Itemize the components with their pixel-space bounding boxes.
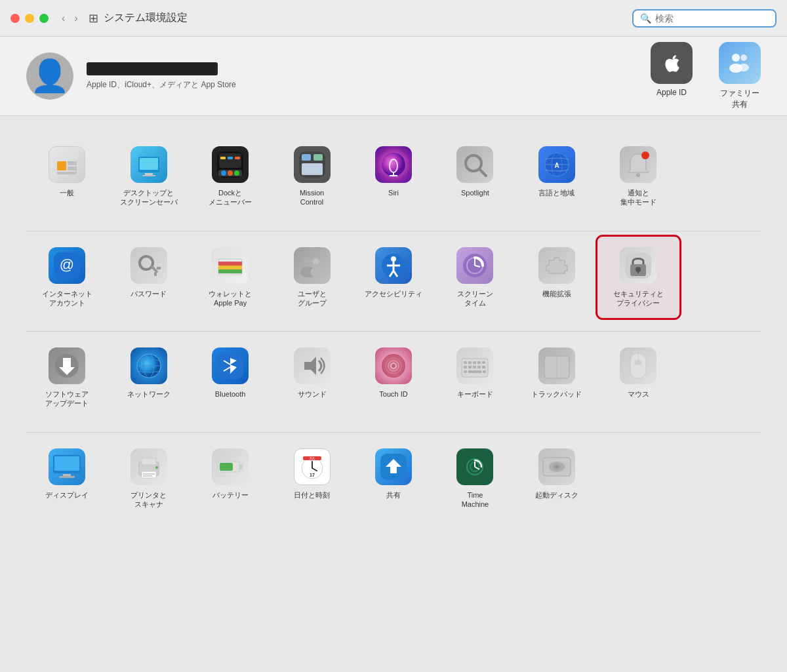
desktop-icon-svg xyxy=(136,151,162,178)
icon-item-screen[interactable]: スクリーンタイム xyxy=(434,237,515,319)
icon-item-software[interactable]: ソフトウェアアップデート xyxy=(26,337,108,419)
icon-item-touchid[interactable]: Touch ID xyxy=(353,337,434,419)
svg-rect-6 xyxy=(68,161,77,165)
svg-rect-16 xyxy=(228,157,233,159)
icon-item-dock[interactable]: Dockとメニューバー xyxy=(190,136,271,218)
maximize-button[interactable] xyxy=(39,14,49,23)
icon-item-battery[interactable]: バッテリー xyxy=(190,438,271,520)
forward-button[interactable]: › xyxy=(71,11,80,26)
notif-icon xyxy=(620,146,656,183)
search-input[interactable] xyxy=(655,13,769,24)
ext-label: 機能拡張 xyxy=(542,289,571,298)
icon-item-internet[interactable]: @ インターネットアカウント xyxy=(26,237,108,319)
svg-line-31 xyxy=(479,169,486,176)
avatar[interactable]: 👤 xyxy=(26,52,73,100)
svg-point-108 xyxy=(155,466,158,469)
minimize-button[interactable] xyxy=(25,14,34,23)
icon-item-bluetooth[interactable]: Bluetooth xyxy=(190,337,271,419)
svg-rect-88 xyxy=(468,366,472,368)
svg-rect-82 xyxy=(464,361,467,364)
icon-item-users[interactable]: ユーザとグループ xyxy=(271,237,352,319)
svg-rect-23 xyxy=(302,154,311,161)
row-separator-2 xyxy=(26,331,761,332)
dock-icon xyxy=(212,146,249,183)
icon-item-datetime[interactable]: 17 JUL 日付と時刻 xyxy=(271,438,352,520)
icon-item-sharing[interactable]: 共有 xyxy=(353,438,434,520)
row2-spacer xyxy=(679,237,761,319)
icon-item-access[interactable]: アクセシビリティ xyxy=(353,237,434,319)
timemachine-icon xyxy=(456,448,493,485)
network-icon xyxy=(131,347,167,384)
ext-icon xyxy=(538,247,575,284)
icon-item-desktop[interactable]: デスクトップとスクリーンセーバ xyxy=(108,136,189,218)
mission-icon-svg xyxy=(299,151,325,178)
avatar-icon: 👤 xyxy=(30,60,70,92)
icon-item-notif[interactable]: 通知と集中モード xyxy=(597,136,679,218)
keyboard-icon-svg xyxy=(461,358,489,378)
mission-label: MissionControl xyxy=(300,188,324,207)
icon-item-keyboard[interactable]: キーボード xyxy=(434,337,515,419)
icon-item-network[interactable]: ネットワーク xyxy=(108,337,189,419)
icon-item-general[interactable]: 一般 xyxy=(26,136,108,218)
icon-item-printer[interactable]: プリンタとスキャナ xyxy=(108,438,189,520)
icon-item-display[interactable]: ディスプレイ xyxy=(26,438,108,520)
bluetooth-icon xyxy=(212,347,249,384)
desktop-label: デスクトップとスクリーンセーバ xyxy=(120,188,178,207)
svg-rect-85 xyxy=(477,361,481,364)
icon-item-ext[interactable]: 機能拡張 xyxy=(516,237,597,319)
software-icon xyxy=(49,347,85,384)
icon-item-startup[interactable]: 起動ディスク xyxy=(516,438,597,520)
svg-rect-102 xyxy=(59,476,75,478)
profile-info: Apple ID、iCloud+、メディアと App Store xyxy=(87,62,236,90)
svg-rect-7 xyxy=(68,167,77,170)
svg-rect-44 xyxy=(157,267,161,269)
close-button[interactable] xyxy=(10,14,20,23)
row-separator-3 xyxy=(26,432,761,433)
grid-icon: ⊞ xyxy=(89,11,98,26)
bluetooth-label: Bluetooth xyxy=(215,389,245,399)
apple-logo-icon xyxy=(658,50,685,76)
display-icon-svg xyxy=(52,454,81,479)
sharing-icon-svg xyxy=(380,454,407,480)
row1-spacer xyxy=(679,136,761,218)
apple-id-label: Apple ID xyxy=(656,88,687,97)
datetime-icon-svg: 17 JUL xyxy=(299,454,325,480)
software-label: ソフトウェアアップデート xyxy=(45,389,89,408)
sound-icon xyxy=(294,347,331,384)
icon-item-security[interactable]: セキュリティとプライバシー xyxy=(597,237,679,319)
icon-item-siri[interactable]: Siri xyxy=(353,136,434,218)
icon-item-wallet[interactable]: ウォレットとApple Pay xyxy=(190,237,271,319)
icon-item-mission[interactable]: MissionControl xyxy=(271,136,352,218)
mouse-label: マウス xyxy=(628,389,649,399)
icon-item-sound[interactable]: サウンド xyxy=(271,337,352,419)
notif-label: 通知と集中モード xyxy=(620,188,656,207)
titlebar: ‹ › ⊞ システム環境設定 🔍 xyxy=(0,0,787,37)
icon-item-language[interactable]: A 言語と地域 xyxy=(516,136,597,218)
spotlight-icon xyxy=(456,146,493,183)
row-separator-1 xyxy=(26,231,761,231)
icon-item-spotlight[interactable]: Spotlight xyxy=(434,136,515,218)
family-icon-item[interactable]: ファミリー 共有 xyxy=(719,42,761,110)
apple-id-icon-item[interactable]: Apple ID xyxy=(651,42,693,97)
back-button[interactable]: ‹ xyxy=(59,11,68,26)
search-icon: 🔍 xyxy=(640,13,651,24)
icon-item-trackpad[interactable]: トラックパッド xyxy=(516,337,597,419)
profile-name-redacted xyxy=(87,62,218,75)
svg-rect-100 xyxy=(54,456,79,471)
svg-rect-8 xyxy=(57,172,77,174)
icon-item-password[interactable]: パスワード xyxy=(108,237,189,319)
printer-icon-svg xyxy=(135,454,163,479)
touchid-icon xyxy=(375,347,412,384)
svg-rect-47 xyxy=(218,266,242,269)
search-box[interactable]: 🔍 xyxy=(632,9,777,28)
svg-point-41 xyxy=(140,256,153,269)
security-icon-svg xyxy=(625,252,651,279)
svg-point-20 xyxy=(228,170,233,176)
keyboard-icon xyxy=(456,347,493,384)
svg-rect-104 xyxy=(142,458,156,465)
svg-rect-94 xyxy=(483,370,486,373)
siri-label: Siri xyxy=(388,188,399,197)
icon-item-timemachine[interactable]: TimeMachine xyxy=(434,438,515,520)
svg-point-50 xyxy=(313,258,319,265)
icon-item-mouse[interactable]: マウス xyxy=(597,337,679,419)
